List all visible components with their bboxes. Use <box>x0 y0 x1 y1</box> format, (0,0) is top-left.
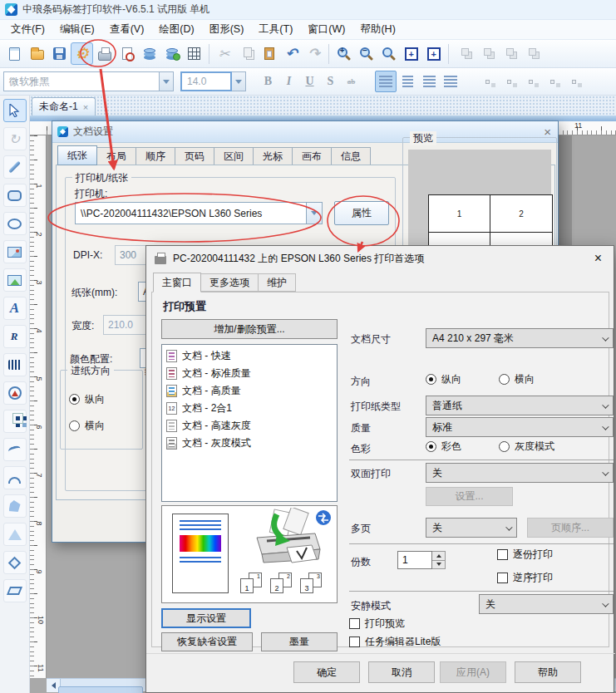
spacing-top-icon[interactable] <box>520 71 541 92</box>
rich-text-tool[interactable] <box>3 325 27 348</box>
orientation-portrait-radio[interactable]: 纵向 <box>426 372 461 386</box>
curve-tool[interactable] <box>3 438 27 461</box>
spacing-left-icon[interactable] <box>476 71 498 92</box>
select-tool[interactable] <box>3 99 27 122</box>
list-item[interactable]: 文档 - 高质量 <box>164 382 335 400</box>
collate-checkbox[interactable]: 逐份打印 <box>497 548 553 562</box>
polygon-tool[interactable] <box>3 494 27 518</box>
tab-canvas[interactable]: 画布 <box>293 147 332 165</box>
zoom-in-icon[interactable]: + <box>333 42 355 65</box>
new-document-icon[interactable] <box>3 42 26 65</box>
triangle-tool[interactable] <box>3 523 27 546</box>
menu-view[interactable]: 查看(V) <box>102 20 152 39</box>
spacing-right-icon[interactable] <box>498 71 520 92</box>
tab-page-number[interactable]: 页码 <box>175 147 214 165</box>
database-sync-icon[interactable] <box>160 42 183 65</box>
multipage-combobox[interactable]: 关 <box>426 518 517 538</box>
help-button[interactable]: 帮助 <box>515 661 581 683</box>
menu-file[interactable]: 文件(F) <box>3 20 52 39</box>
step-up-icon[interactable] <box>432 552 445 561</box>
ink-levels-button[interactable]: 墨量 <box>261 632 338 651</box>
ungroup-icon[interactable] <box>520 42 542 65</box>
rotate-tool[interactable] <box>3 127 27 150</box>
align-right-icon[interactable] <box>418 71 440 92</box>
tab-order[interactable]: 顺序 <box>136 147 175 165</box>
line-tool[interactable] <box>3 155 27 179</box>
close-tab-icon[interactable]: × <box>83 102 88 112</box>
tab-more-options[interactable]: 更多选项 <box>201 273 259 292</box>
copies-stepper[interactable]: 1 <box>397 551 446 569</box>
print-icon[interactable] <box>93 42 116 65</box>
arc-tool[interactable] <box>3 466 27 489</box>
align-justify-icon[interactable] <box>440 71 461 92</box>
menu-help[interactable]: 帮助(H) <box>352 20 402 39</box>
ok-button[interactable]: 确定 <box>293 661 360 683</box>
font-size-combobox[interactable]: 14.0 <box>180 71 232 91</box>
list-item[interactable]: 文档 - 快速 <box>164 347 335 365</box>
close-icon[interactable]: × <box>594 252 602 265</box>
open-icon[interactable] <box>26 42 48 65</box>
send-backward-icon[interactable] <box>475 42 497 65</box>
underline-button[interactable]: U <box>299 71 320 92</box>
grid-icon[interactable] <box>183 42 205 65</box>
font-family-combobox[interactable]: 微软雅黑 <box>3 71 160 91</box>
strike-button[interactable]: S <box>320 71 341 92</box>
quality-combobox[interactable]: 标准 <box>426 417 614 437</box>
job-arranger-checkbox[interactable]: 任务编辑器Lite版 <box>349 635 441 649</box>
bold-button[interactable]: B <box>258 71 278 92</box>
grayscale-radio[interactable]: 灰度模式 <box>499 440 554 454</box>
menu-tools[interactable]: 工具(T) <box>251 20 300 39</box>
tab-cursor[interactable]: 光标 <box>254 147 293 165</box>
printer-combobox[interactable]: \\PC-202004111432\EPSON L360 Series <box>75 202 323 224</box>
printer-dropdown-icon[interactable] <box>306 203 322 224</box>
color-radio[interactable]: 彩色 <box>426 440 461 454</box>
zoom-out-icon[interactable]: − <box>355 42 377 65</box>
print-preview-checkbox[interactable]: 打印预览 <box>349 617 405 631</box>
copy-icon[interactable] <box>235 42 258 65</box>
close-icon[interactable]: × <box>544 125 551 138</box>
paste-icon[interactable] <box>258 42 280 65</box>
tab-info[interactable]: 信息 <box>332 147 371 165</box>
scrollbar-thumb[interactable] <box>58 686 143 693</box>
font-family-dropdown-icon[interactable] <box>160 71 174 91</box>
group-icon[interactable] <box>497 42 520 65</box>
printer-properties-button[interactable]: 属性 <box>334 201 389 225</box>
save-icon[interactable] <box>48 42 71 65</box>
feed-portrait-radio[interactable]: 纵向 <box>69 392 105 406</box>
picture-tool[interactable] <box>3 268 27 292</box>
dialog-titlebar[interactable]: PC-202004111432 上的 EPSON L360 Series 打印首… <box>146 246 614 271</box>
redo-icon[interactable] <box>303 42 325 65</box>
add-remove-presets-button[interactable]: 增加/删除预置... <box>161 319 338 339</box>
zoom-icon[interactable] <box>377 42 400 65</box>
document-tab[interactable]: 未命名-1 × <box>32 97 96 116</box>
spacing-bottom-icon[interactable] <box>541 71 563 92</box>
align-left-icon[interactable] <box>375 71 397 92</box>
align-center-icon[interactable] <box>397 71 418 92</box>
menu-window[interactable]: 窗口(W) <box>300 20 352 39</box>
restore-defaults-button[interactable]: 恢复缺省设置 <box>161 632 253 651</box>
fit-window-icon[interactable] <box>422 42 445 65</box>
undo-icon[interactable] <box>280 42 303 65</box>
quiet-mode-combobox[interactable]: 关 <box>479 594 614 614</box>
feed-landscape-radio[interactable]: 横向 <box>69 419 105 433</box>
list-item[interactable]: 文档 - 高速灰度 <box>164 417 335 435</box>
barcode-tool[interactable] <box>3 353 27 376</box>
tab-layout[interactable]: 布局 <box>97 147 136 165</box>
menu-shapes[interactable]: 图形(S) <box>202 20 252 39</box>
menu-draw[interactable]: 绘图(D) <box>151 20 201 39</box>
shape-tool[interactable] <box>3 381 27 405</box>
diamond-tool[interactable] <box>3 551 27 574</box>
parallelogram-tool[interactable] <box>3 579 27 602</box>
cut-icon[interactable] <box>213 42 235 65</box>
document-settings-gear-icon[interactable] <box>71 42 93 65</box>
font-size-dropdown-icon[interactable] <box>232 71 246 91</box>
fit-page-icon[interactable] <box>400 42 422 65</box>
stepper-buttons[interactable] <box>432 551 446 569</box>
reverse-order-checkbox[interactable]: 逆序打印 <box>497 571 553 585</box>
cancel-button[interactable]: 取消 <box>368 661 435 683</box>
italic-button[interactable]: I <box>278 71 299 92</box>
rounded-rect-tool[interactable] <box>3 184 27 207</box>
text-tool[interactable] <box>3 297 27 320</box>
doc-size-combobox[interactable]: A4 210 x 297 毫米 <box>426 328 614 348</box>
duplex-combobox[interactable]: 关 <box>426 463 614 483</box>
